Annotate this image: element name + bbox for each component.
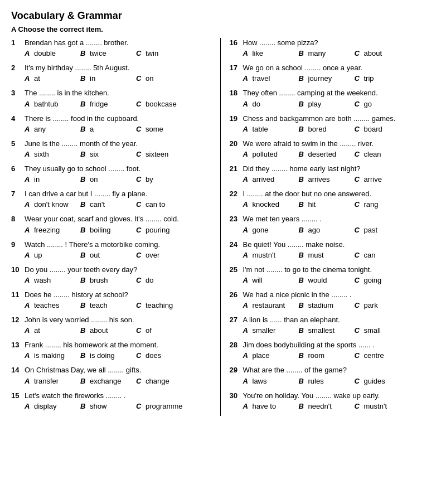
option-letter: C: [136, 377, 144, 385]
option-letter: C: [136, 251, 144, 259]
option-letter: B: [299, 301, 307, 309]
question-text: Did they ........ home early last night?: [243, 164, 430, 174]
option-text: show: [90, 402, 106, 410]
option-b: Bbrush: [80, 276, 136, 284]
option-text: any: [34, 125, 46, 133]
option-a: Ain: [25, 175, 80, 183]
option-letter: C: [136, 175, 144, 183]
option-text: sixth: [34, 150, 49, 158]
option-c: Cpast: [355, 226, 410, 234]
option-text: smaller: [253, 326, 276, 335]
option-letter: B: [80, 100, 88, 108]
option-letter: A: [243, 125, 251, 133]
options-row: AdoubleBtwiceCtwin: [11, 49, 211, 57]
option-text: change: [146, 377, 169, 385]
option-letter: B: [80, 326, 88, 335]
option-letter: C: [136, 74, 144, 83]
question-number: 1: [11, 38, 22, 48]
options-row: AsixthBsixCsixteen: [11, 150, 211, 158]
option-letter: C: [136, 226, 144, 234]
option-text: guides: [364, 377, 385, 385]
option-text: deserted: [308, 150, 337, 158]
options-row: Adon't knowBcan'tCcan to: [11, 200, 211, 209]
question-6: 6They usually go to school ........ foot…: [11, 164, 211, 183]
option-c: Csixteen: [136, 150, 192, 158]
option-a: Atable: [243, 125, 299, 133]
option-b: Bjourney: [299, 74, 355, 83]
question-5: 5June is the ........ month of the year.…: [11, 139, 211, 158]
option-letter: A: [243, 402, 251, 410]
option-letter: A: [25, 175, 32, 183]
option-text: by: [146, 175, 153, 183]
question-text: Watch ........ ! There's a motorbike com…: [25, 240, 211, 250]
question-text: We met ten years ........ .: [243, 214, 430, 224]
right-column: 16How ........ some pizza?AlikeBmanyCabo…: [230, 38, 435, 416]
option-letter: B: [80, 301, 88, 309]
question-text: Wear your coat, scarf and gloves. It's .…: [25, 214, 211, 224]
option-a: Ahave to: [243, 402, 299, 410]
option-text: fridge: [90, 100, 108, 108]
option-letter: C: [355, 301, 362, 309]
question-8: 8Wear your coat, scarf and gloves. It's …: [11, 214, 211, 234]
option-text: needn't: [308, 402, 332, 410]
question-text: How ........ some pizza?: [243, 38, 430, 48]
question-text: On Christmas Day, we all ........ gifts.: [25, 365, 211, 375]
question-14: 14On Christmas Day, we all ........ gift…: [11, 365, 211, 385]
option-text: past: [364, 226, 378, 234]
option-letter: A: [25, 100, 32, 108]
option-text: on: [90, 175, 98, 183]
option-c: Cgo: [355, 100, 410, 108]
option-b: Bon: [80, 175, 136, 183]
option-b: Bwould: [299, 276, 355, 284]
option-text: teaching: [146, 301, 173, 309]
question-number: 14: [11, 365, 22, 375]
options-row: AlawsBrulesCguides: [230, 377, 430, 385]
option-text: wash: [34, 276, 51, 284]
option-text: must: [308, 251, 324, 259]
option-c: Cpouring: [136, 226, 192, 234]
option-c: Cteaching: [136, 301, 192, 309]
option-letter: B: [299, 74, 307, 83]
question-text: It's my birthday ........ 5th August.: [25, 63, 211, 73]
option-text: teaches: [34, 301, 60, 309]
option-b: Bis doing: [80, 351, 136, 360]
option-text: do: [253, 100, 260, 108]
option-b: Bmany: [299, 49, 355, 57]
option-a: Asixth: [25, 150, 80, 158]
question-number: 5: [11, 139, 22, 149]
question-number: 7: [11, 189, 22, 199]
option-text: a: [90, 125, 94, 133]
option-text: clean: [364, 150, 381, 158]
option-text: arrive: [364, 175, 382, 183]
question-number: 10: [11, 265, 22, 275]
option-text: have to: [253, 402, 277, 410]
question-text: We go on a school ........ once a year.: [243, 63, 430, 73]
option-a: Aarrived: [243, 175, 299, 183]
option-text: over: [146, 251, 159, 259]
option-text: in: [34, 175, 40, 183]
option-c: Cprogramme: [136, 402, 192, 410]
question-22: 22I ........ at the door but no one answ…: [230, 189, 430, 209]
options-row: AtransferBexchangeCchange: [11, 377, 211, 385]
option-text: at: [34, 74, 40, 83]
option-letter: C: [136, 326, 144, 335]
option-c: Carrive: [355, 175, 410, 183]
option-a: Alaws: [243, 377, 299, 385]
option-letter: A: [25, 301, 32, 309]
question-text: Jim does bodybuilding at the sports ....…: [243, 340, 430, 350]
question-number: 25: [230, 265, 241, 275]
question-16: 16How ........ some pizza?AlikeBmanyCabo…: [230, 38, 430, 57]
option-letter: A: [243, 150, 251, 158]
option-letter: C: [355, 402, 362, 410]
question-10: 10Do you ........ your teeth every day?A…: [11, 265, 211, 284]
option-c: Ccan: [355, 251, 410, 259]
option-c: Ccan to: [136, 200, 192, 209]
options-row: AtravelBjourneyCtrip: [230, 74, 430, 83]
option-text: programme: [146, 402, 182, 410]
option-c: Ctwin: [136, 49, 192, 57]
options-row: AinBonCby: [11, 175, 211, 183]
question-2: 2It's my birthday ........ 5th August.Aa…: [11, 63, 211, 83]
option-letter: A: [25, 251, 32, 259]
option-c: Cdo: [136, 276, 192, 284]
option-letter: C: [136, 351, 144, 360]
